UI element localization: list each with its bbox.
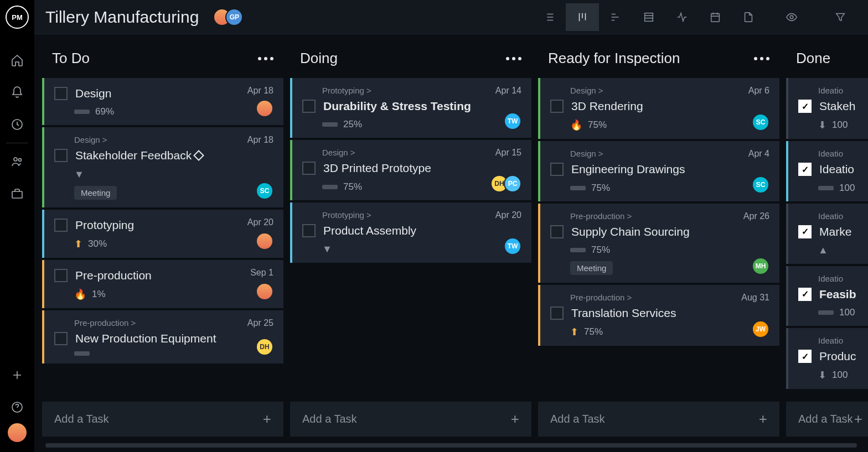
task-card[interactable]: IdeatioMarke▲ bbox=[786, 204, 868, 264]
card-assignees[interactable] bbox=[260, 100, 273, 117]
svg-point-2 bbox=[19, 159, 22, 162]
card-parent-path: Prototyping > bbox=[322, 86, 521, 95]
task-checkbox[interactable] bbox=[302, 162, 316, 175]
assignee-avatar[interactable]: TW bbox=[504, 237, 521, 255]
task-checkbox[interactable] bbox=[798, 288, 812, 301]
card-date: Apr 18 bbox=[247, 135, 273, 145]
nav-home-icon[interactable] bbox=[0, 44, 34, 76]
nav-clock-icon[interactable] bbox=[0, 108, 34, 141]
visibility-icon[interactable] bbox=[775, 3, 808, 31]
column-menu-icon[interactable] bbox=[754, 57, 769, 60]
column-menu-icon[interactable] bbox=[258, 57, 273, 60]
card-date: Apr 14 bbox=[495, 86, 521, 96]
assignee-avatar[interactable]: JW bbox=[752, 320, 769, 338]
task-checkbox[interactable] bbox=[54, 332, 68, 345]
task-checkbox[interactable] bbox=[798, 163, 812, 176]
task-checkbox[interactable] bbox=[302, 224, 316, 237]
task-checkbox[interactable] bbox=[798, 225, 812, 238]
project-members[interactable]: GP bbox=[213, 8, 243, 26]
card-assignees[interactable]: DH bbox=[260, 338, 273, 356]
task-card[interactable]: IdeatioStakeh⬇100 bbox=[786, 78, 868, 139]
view-activity-icon[interactable] bbox=[665, 3, 699, 31]
assignee-avatar[interactable]: SC bbox=[752, 176, 769, 194]
task-card[interactable]: Prototyping >Durability & Stress Testing… bbox=[290, 78, 531, 138]
nav-briefcase-icon[interactable] bbox=[0, 178, 34, 210]
card-assignees[interactable]: MH bbox=[756, 257, 769, 275]
task-card[interactable]: Pre-production >New Production Equipment… bbox=[42, 310, 283, 363]
task-card[interactable]: Design >Engineering DrawingsApr 475%SC bbox=[538, 141, 779, 201]
card-assignees[interactable]: DHPC bbox=[495, 175, 521, 193]
task-checkbox[interactable] bbox=[550, 306, 564, 320]
horizontal-scrollbar[interactable] bbox=[45, 443, 857, 448]
progress-text: 75% bbox=[591, 245, 610, 256]
task-checkbox[interactable] bbox=[550, 225, 564, 238]
task-card[interactable]: Pre-productionSep 1🔥1% bbox=[42, 260, 283, 308]
card-assignees[interactable]: SC bbox=[756, 176, 769, 194]
assignee-avatar[interactable]: SC bbox=[256, 182, 273, 200]
card-assignees[interactable]: SC bbox=[260, 182, 273, 200]
task-card[interactable]: Pre-production >Supply Chain SourcingApr… bbox=[538, 204, 779, 283]
task-checkbox[interactable] bbox=[54, 149, 68, 162]
view-gantt-icon[interactable] bbox=[599, 3, 632, 31]
nav-bell-icon[interactable] bbox=[0, 76, 34, 108]
nav-people-icon[interactable] bbox=[0, 146, 34, 178]
assignee-avatar[interactable]: TW bbox=[504, 112, 521, 130]
add-task-button[interactable]: Add a Task+ bbox=[538, 402, 779, 437]
column-menu-icon[interactable] bbox=[506, 57, 521, 60]
task-checkbox[interactable] bbox=[550, 163, 564, 176]
view-calendar-icon[interactable] bbox=[699, 3, 732, 31]
task-card[interactable]: Design >3D RenderingApr 6🔥75%SC bbox=[538, 78, 779, 139]
nav-add-icon[interactable] bbox=[0, 359, 34, 391]
task-card[interactable]: Prototyping >Product AssemblyApr 20▼TW bbox=[290, 202, 531, 263]
card-assignees[interactable]: SC bbox=[756, 113, 769, 131]
assignee-avatar[interactable]: PC bbox=[504, 175, 521, 193]
task-checkbox[interactable] bbox=[54, 269, 68, 282]
assignee-avatar[interactable] bbox=[256, 100, 273, 117]
card-parent-path: Design > bbox=[322, 148, 521, 157]
task-card[interactable]: IdeatioProduc⬇100 bbox=[786, 328, 868, 389]
assignee-avatar[interactable]: SC bbox=[752, 113, 769, 131]
task-card[interactable]: Design >3D Printed PrototypeApr 1575%DHP… bbox=[290, 140, 531, 200]
task-checkbox[interactable] bbox=[54, 87, 68, 100]
nav-help-icon[interactable] bbox=[0, 391, 34, 423]
assignee-avatar[interactable] bbox=[256, 232, 273, 250]
add-task-button[interactable]: Add a Task+ bbox=[42, 402, 283, 437]
add-task-button[interactable]: Add a Task+ bbox=[786, 402, 868, 437]
card-assignees[interactable]: JW bbox=[756, 320, 769, 338]
app-logo[interactable]: PM bbox=[6, 6, 29, 29]
task-checkbox[interactable] bbox=[302, 100, 316, 113]
current-user-avatar[interactable] bbox=[8, 423, 27, 442]
card-assignees[interactable]: TW bbox=[508, 237, 521, 255]
member-avatar[interactable]: GP bbox=[225, 8, 243, 26]
card-assignees[interactable]: TW bbox=[508, 112, 521, 130]
task-checkbox[interactable] bbox=[798, 350, 812, 363]
expand-chevron-icon[interactable]: ▼ bbox=[74, 169, 84, 180]
svg-point-7 bbox=[790, 15, 793, 19]
progress-text: 75% bbox=[591, 183, 610, 194]
task-card[interactable]: Pre-production >Translation ServicesAug … bbox=[538, 285, 779, 346]
assignee-avatar[interactable]: DH bbox=[256, 338, 273, 356]
task-checkbox[interactable] bbox=[54, 219, 68, 232]
view-sheet-icon[interactable] bbox=[632, 3, 665, 31]
task-card[interactable]: IdeatioFeasib100 bbox=[786, 266, 868, 326]
add-task-button[interactable]: Add a Task+ bbox=[290, 402, 531, 437]
expand-chevron-icon[interactable]: ▼ bbox=[322, 243, 332, 255]
view-file-icon[interactable] bbox=[732, 3, 765, 31]
assignee-avatar[interactable] bbox=[256, 283, 273, 300]
filter-icon[interactable] bbox=[824, 3, 857, 31]
task-card[interactable]: IdeatioIdeatio100 bbox=[786, 141, 868, 201]
card-parent-path: Pre-production > bbox=[570, 211, 769, 221]
task-card[interactable]: DesignApr 1869% bbox=[42, 78, 283, 125]
task-card[interactable]: Design >Stakeholder FeedbackApr 18▼Meeti… bbox=[42, 127, 283, 207]
collapse-up-icon: ▲ bbox=[818, 245, 828, 256]
task-checkbox[interactable] bbox=[550, 100, 564, 113]
progress-bar bbox=[818, 186, 834, 190]
task-card[interactable]: PrototypingApr 20⬆30% bbox=[42, 210, 283, 258]
card-assignees[interactable] bbox=[260, 232, 273, 250]
view-list-icon[interactable] bbox=[533, 3, 566, 31]
task-checkbox[interactable] bbox=[798, 100, 812, 113]
view-board-icon[interactable] bbox=[566, 3, 599, 31]
assignee-avatar[interactable]: MH bbox=[752, 257, 769, 275]
card-assignees[interactable] bbox=[260, 283, 273, 300]
progress-bar bbox=[322, 185, 338, 189]
